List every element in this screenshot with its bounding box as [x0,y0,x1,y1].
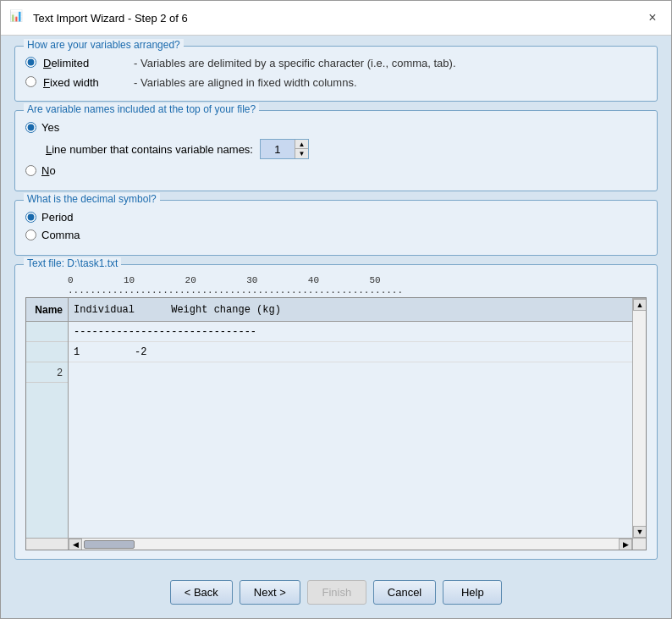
spinner-buttons: ▲ ▼ [295,140,308,158]
line-number-input[interactable] [261,140,295,158]
period-label[interactable]: Period [41,211,74,224]
decimal-content: Period Comma [25,211,647,241]
data-header-cell: Individual Weight change (kg) [69,301,286,319]
fixed-width-label[interactable]: Fixed width [25,76,127,89]
preview-table-container: Name 2 Individual Weight change (kg) [25,297,647,550]
data-row-1: ------------------------------ [69,322,632,342]
row-num-2 [26,342,68,362]
close-button[interactable]: × [642,8,663,28]
app-icon: 📊 [9,9,26,26]
comma-radio[interactable] [25,229,36,240]
period-row: Period [25,211,647,224]
h-scroll-corner-right [632,539,646,550]
variable-names-content: Yes Line number that contains variable n… [25,121,647,177]
arrangement-group: How are your variables arranged? Delimit… [14,46,658,102]
preview-scrollable: Individual Weight change (kg) ----------… [69,298,632,538]
help-button[interactable]: Help [443,580,502,605]
row-num-3: 2 [26,362,68,383]
no-label[interactable]: No [41,164,56,177]
title-bar-left: 📊 Text Import Wizard - Step 2 of 6 [9,9,188,26]
arrangement-grid: Delimited - Variables are delimited by a… [25,57,647,92]
ruler-numbers: 0 10 20 30 40 50 [68,275,647,285]
data-row-2: 1 -2 [69,342,632,362]
delimited-label[interactable]: Delimited [25,57,127,69]
decimal-group: What is the decimal symbol? Period Comma [14,200,658,256]
footer: < Back Next > Finish Cancel Help [1,570,671,618]
finish-button[interactable]: Finish [307,580,366,605]
ruler-dots: ..........‍..........‍..........‍.......… [68,285,647,296]
decimal-group-title: What is the decimal symbol? [24,193,160,205]
main-window: 📊 Text Import Wizard - Step 2 of 6 × How… [0,0,672,619]
line-number-row: Line number that contains variable names… [46,139,647,159]
v-scroll-down-btn[interactable]: ▼ [633,526,646,538]
delimited-text: Delimited [43,57,89,69]
comma-label[interactable]: Comma [41,229,80,241]
next-button[interactable]: Next > [240,580,300,605]
arrangement-group-title: How are your variables arranged? [24,39,184,51]
preview-table-inner: Name 2 Individual Weight change (kg) [26,298,646,538]
v-scrollbar[interactable]: ▲ ▼ [632,298,646,538]
window-title: Text Import Wizard - Step 2 of 6 [33,12,188,25]
v-scroll-up-btn[interactable]: ▲ [633,299,646,311]
variable-names-title: Are variable names included at the top o… [24,103,259,115]
preview-group: Text file: D:\task1.txt 0 10 20 30 40 50… [14,264,658,560]
h-scroll-left-btn[interactable]: ◀ [69,539,82,550]
ruler-content: 0 10 20 30 40 50 ..........‍..........‍.… [68,275,647,296]
scrollbar-area: ◀ ▶ [26,538,646,550]
title-bar: 📊 Text Import Wizard - Step 2 of 6 × [1,1,671,36]
ruler-area: 0 10 20 30 40 50 ..........‍..........‍.… [25,275,647,296]
h-scroll-inner-track [82,539,619,550]
preview-section: Text file: D:\task1.txt 0 10 20 30 40 50… [14,264,658,560]
fixed-width-text: Fixed width [43,76,99,89]
period-radio[interactable] [25,212,36,223]
comma-row: Comma [25,229,647,241]
spinner-down-btn[interactable]: ▼ [295,149,308,158]
no-row: No [25,164,647,177]
delimited-desc: - Variables are delimited by a specific … [134,57,647,73]
yes-label[interactable]: Yes [41,121,59,134]
preview-data-area[interactable]: Individual Weight change (kg) ----------… [69,298,632,538]
line-number-spinner[interactable]: ▲ ▼ [260,139,309,159]
no-radio[interactable] [25,165,36,176]
row-numbers-column: Name 2 [26,298,69,538]
data-cell-2: 1 -2 [69,343,151,362]
spinner-up-btn[interactable]: ▲ [295,140,308,149]
yes-radio[interactable] [25,122,36,133]
variable-names-group: Are variable names included at the top o… [14,110,658,191]
h-scroll-right-btn[interactable]: ▶ [619,539,632,550]
content-area: How are your variables arranged? Delimit… [1,36,671,570]
data-header-row: Individual Weight change (kg) [69,298,632,322]
line-number-label: Line number that contains variable names… [46,143,253,156]
data-cell-1: ------------------------------ [69,323,262,341]
delimited-radio[interactable] [25,57,36,68]
row-header: Name [26,298,68,322]
row-num-1 [26,322,68,342]
h-scroll-track[interactable]: ◀ ▶ [69,539,632,550]
yes-row: Yes [25,121,647,134]
h-scroll-corner-left [26,539,69,550]
preview-title: Text file: D:\task1.txt [24,257,121,269]
fixed-width-desc: - Variables are aligned in fixed width c… [134,76,647,92]
fixed-width-radio[interactable] [25,76,36,87]
h-scroll-thumb[interactable] [84,540,135,549]
back-button[interactable]: < Back [170,580,233,605]
arrangement-options: Delimited - Variables are delimited by a… [25,57,647,92]
cancel-button[interactable]: Cancel [373,580,436,605]
v-scroll-track [633,311,646,526]
ruler-spacer [25,275,68,296]
